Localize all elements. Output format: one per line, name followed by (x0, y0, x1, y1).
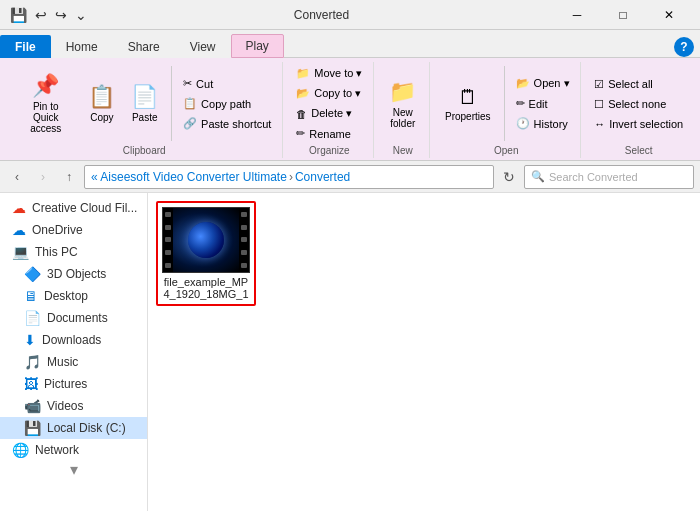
film-hole (165, 225, 171, 230)
sidebar: ☁ Creative Cloud Fil... ☁ OneDrive 💻 Thi… (0, 193, 148, 511)
undo-icon[interactable]: ↩ (33, 5, 49, 25)
network-icon: 🌐 (12, 442, 29, 458)
search-box[interactable]: 🔍 Search Converted (524, 165, 694, 189)
film-hole (241, 237, 247, 242)
tab-share[interactable]: Share (113, 35, 175, 58)
tab-view[interactable]: View (175, 35, 231, 58)
new-folder-label: Newfolder (390, 107, 415, 129)
rename-button[interactable]: ✏ Rename (291, 124, 367, 143)
properties-icon: 🗒 (458, 86, 478, 109)
music-label: Music (47, 355, 78, 369)
sidebar-item-downloads[interactable]: ⬇ Downloads (0, 329, 147, 351)
select-all-button[interactable]: ☑ Select all (589, 75, 688, 94)
sidebar-item-onedrive[interactable]: ☁ OneDrive (0, 219, 147, 241)
history-label: History (534, 118, 568, 130)
forward-button[interactable]: › (32, 166, 54, 188)
sidebar-item-videos[interactable]: 📹 Videos (0, 395, 147, 417)
paste-button[interactable]: 📄 Paste (124, 78, 165, 130)
tab-file[interactable]: File (0, 35, 51, 58)
refresh-button[interactable]: ↻ (498, 166, 520, 188)
clipboard-label: Clipboard (123, 143, 166, 156)
sidebar-item-local-disk[interactable]: 💾 Local Disk (C:) (0, 417, 147, 439)
open-buttons: 🗒 Properties 📂 Open ▾ ✏ Edit 🕐 History (438, 64, 575, 143)
cut-button[interactable]: ✂ Cut (178, 74, 276, 93)
film-hole (165, 237, 171, 242)
sidebar-item-network[interactable]: 🌐 Network (0, 439, 147, 461)
history-button[interactable]: 🕐 History (511, 114, 575, 133)
help-button[interactable]: ? (674, 37, 694, 57)
search-placeholder: Search Converted (549, 171, 638, 183)
copy-button[interactable]: 📋 Copy (82, 78, 123, 130)
sidebar-item-creative-cloud[interactable]: ☁ Creative Cloud Fil... (0, 197, 147, 219)
paste-shortcut-icon: 🔗 (183, 117, 197, 130)
sidebar-scroll-down[interactable]: ▾ (70, 460, 78, 479)
back-button[interactable]: ‹ (6, 166, 28, 188)
videos-icon: 📹 (24, 398, 41, 414)
file-item-video[interactable]: file_example_MP4_1920_18MG_1 (156, 201, 256, 306)
move-to-button[interactable]: 📁 Move to ▾ (291, 64, 367, 83)
sidebar-item-3d-objects[interactable]: 🔷 3D Objects (0, 263, 147, 285)
close-button[interactable]: ✕ (646, 0, 692, 30)
film-hole (165, 250, 171, 255)
select-none-button[interactable]: ☐ Select none (589, 95, 688, 114)
address-path[interactable]: « Aiseesoft Video Converter Ultimate › C… (84, 165, 494, 189)
move-to-icon: 📁 (296, 67, 310, 80)
film-hole (241, 250, 247, 255)
sidebar-item-music[interactable]: 🎵 Music (0, 351, 147, 373)
downloads-label: Downloads (42, 333, 101, 347)
redo-icon[interactable]: ↪ (53, 5, 69, 25)
down-icon[interactable]: ⌄ (73, 5, 89, 25)
open-button[interactable]: 📂 Open ▾ (511, 74, 575, 93)
delete-icon: 🗑 (296, 108, 307, 120)
paste-icon: 📄 (131, 84, 158, 110)
pictures-label: Pictures (44, 377, 87, 391)
edit-button[interactable]: ✏ Edit (511, 94, 575, 113)
tab-home[interactable]: Home (51, 35, 113, 58)
paste-shortcut-button[interactable]: 🔗 Paste shortcut (178, 114, 276, 133)
copy-icon: 📋 (88, 84, 115, 110)
copy-path-label: Copy path (201, 98, 251, 110)
move-to-label: Move to ▾ (314, 67, 362, 80)
ribbon-group-select: ☑ Select all ☐ Select none ↔ Invert sele… (583, 62, 694, 158)
select-buttons: ☑ Select all ☐ Select none ↔ Invert sele… (589, 64, 688, 143)
delete-button[interactable]: 🗑 Delete ▾ (291, 104, 367, 123)
properties-button[interactable]: 🗒 Properties (438, 78, 498, 130)
path-part-2[interactable]: Converted (295, 170, 350, 184)
save-icon[interactable]: 💾 (8, 5, 29, 25)
sidebar-item-documents[interactable]: 📄 Documents (0, 307, 147, 329)
organize-col: 📁 Move to ▾ 📂 Copy to ▾ 🗑 Delete ▾ ✏ Ren… (291, 64, 367, 143)
separator2 (504, 66, 505, 141)
pin-to-quick-access-button[interactable]: 📌 Pin to Quickaccess (12, 68, 80, 139)
minimize-button[interactable]: ─ (554, 0, 600, 30)
tab-play[interactable]: Play (231, 34, 284, 58)
local-disk-icon: 💾 (24, 420, 41, 436)
ribbon-toolbar: 📌 Pin to Quickaccess 📋 Copy 📄 Paste ✂ Cu… (0, 58, 700, 161)
film-content (173, 208, 239, 272)
pictures-icon: 🖼 (24, 376, 38, 392)
copy-path-button[interactable]: 📋 Copy path (178, 94, 276, 113)
sidebar-item-pictures[interactable]: 🖼 Pictures (0, 373, 147, 395)
invert-selection-button[interactable]: ↔ Invert selection (589, 115, 688, 133)
sidebar-item-this-pc[interactable]: 💻 This PC (0, 241, 147, 263)
new-folder-icon: 📁 (389, 79, 416, 105)
this-pc-label: This PC (35, 245, 78, 259)
up-button[interactable]: ↑ (58, 166, 80, 188)
file-label: file_example_MP4_1920_18MG_1 (163, 276, 248, 300)
new-folder-button[interactable]: 📁 Newfolder (382, 74, 423, 134)
film-strip-right (239, 208, 249, 272)
maximize-button[interactable]: □ (600, 0, 646, 30)
path-part-1[interactable]: « Aiseesoft Video Converter Ultimate (91, 170, 287, 184)
rename-label: Rename (309, 128, 351, 140)
history-icon: 🕐 (516, 117, 530, 130)
select-all-icon: ☑ (594, 78, 604, 91)
edit-icon: ✏ (516, 97, 525, 110)
cut-label: Cut (196, 78, 213, 90)
network-label: Network (35, 443, 79, 457)
copy-to-button[interactable]: 📂 Copy to ▾ (291, 84, 367, 103)
rename-icon: ✏ (296, 127, 305, 140)
file-thumbnail (162, 207, 250, 273)
documents-icon: 📄 (24, 310, 41, 326)
search-icon: 🔍 (531, 170, 545, 183)
earth-shape (188, 222, 224, 258)
sidebar-item-desktop[interactable]: 🖥 Desktop (0, 285, 147, 307)
